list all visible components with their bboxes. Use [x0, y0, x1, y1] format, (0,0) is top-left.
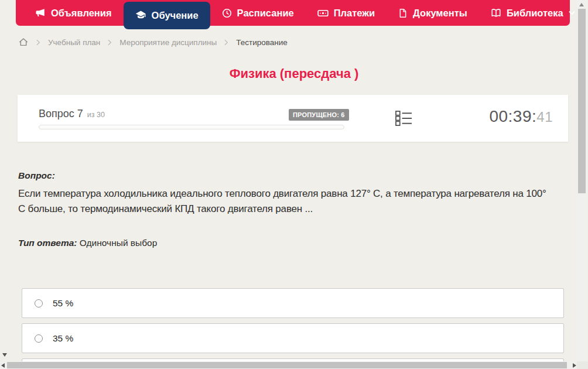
page-title: Физика (пересдача ): [0, 66, 588, 81]
scroll-down-arrow-icon[interactable]: [2, 353, 7, 357]
chevron-down-icon: [569, 11, 575, 15]
tab-library[interactable]: Библиотека: [479, 0, 587, 26]
timer-seconds: 41: [536, 109, 553, 125]
breadcrumb-item-curriculum[interactable]: Учебный план: [48, 38, 100, 47]
breadcrumb-separator-icon: [224, 39, 228, 46]
answer-options: 55 % 35 %: [22, 288, 564, 369]
vertical-scrollbar-thumb[interactable]: [578, 9, 586, 193]
question-body: Вопрос: Если температура холодильника ид…: [18, 170, 550, 248]
answer-type-row: Тип ответа: Одиночный выбор: [18, 238, 550, 248]
tab-label: Платежи: [334, 8, 375, 19]
open-book-icon: [491, 8, 501, 18]
breadcrumb-item-testing: Тестирование: [236, 38, 288, 47]
tab-schedule[interactable]: Расписание: [210, 0, 306, 26]
countdown-timer: 00:39:41: [489, 107, 553, 126]
tab-payments[interactable]: Платежи: [306, 0, 387, 26]
question-number: Вопрос 7: [39, 108, 83, 120]
breadcrumb-separator-icon: [36, 39, 40, 46]
main-navbar: Объявления Обучение Расписание Платежи Д…: [16, 0, 570, 26]
skipped-badge: ПРОПУЩЕНО: 6: [289, 109, 349, 121]
clock-icon: [222, 8, 232, 18]
scroll-right-arrow-icon[interactable]: [573, 363, 576, 368]
cash-icon: [317, 8, 329, 19]
scroll-left-arrow-icon[interactable]: [1, 363, 5, 368]
answer-option-label: 35 %: [53, 333, 73, 344]
question-header-card: Вопрос 7 из 30 ПРОПУЩЕНО: 6 00:39:41: [18, 95, 568, 142]
answer-option-label: 55 %: [53, 298, 73, 309]
tab-label: Документы: [413, 8, 467, 19]
answer-type-label: Тип ответа:: [18, 238, 77, 248]
question-prompt-label: Вопрос:: [18, 170, 550, 181]
answer-option-2[interactable]: 35 %: [22, 323, 564, 353]
home-icon[interactable]: [18, 37, 29, 47]
tab-learning[interactable]: Обучение: [124, 2, 210, 29]
answer-option-1[interactable]: 55 %: [22, 288, 564, 318]
breadcrumb: Учебный план Мероприятие дисциплины Тест…: [18, 35, 288, 49]
megaphone-icon: [35, 8, 46, 18]
question-text: Если температура холодильника идеального…: [18, 186, 550, 217]
tab-label: Объявления: [51, 8, 112, 19]
horizontal-scrollbar[interactable]: [0, 361, 578, 369]
breadcrumb-separator-icon: [108, 39, 112, 46]
vertical-scrollbar[interactable]: [577, 0, 587, 361]
tab-documents[interactable]: Документы: [387, 0, 479, 26]
document-icon: [398, 8, 408, 18]
tab-announcements[interactable]: Объявления: [23, 0, 124, 26]
graduation-cap-icon: [135, 10, 146, 21]
tab-label: Библиотека: [507, 8, 563, 19]
answer-type-value: Одиночный выбор: [80, 238, 158, 248]
scroll-up-arrow-icon[interactable]: [579, 3, 584, 6]
scrollbar-corner: [577, 361, 588, 369]
question-counter: Вопрос 7 из 30: [39, 108, 105, 120]
timer-hours-minutes: 00:39:: [489, 107, 536, 125]
radio-icon[interactable]: [35, 299, 43, 308]
tab-label: Расписание: [237, 8, 294, 19]
radio-icon[interactable]: [35, 334, 43, 343]
question-progress-bar: [39, 125, 344, 129]
question-list-icon[interactable]: [395, 110, 412, 129]
question-total: из 30: [87, 111, 105, 119]
horizontal-scrollbar-thumb[interactable]: [7, 362, 567, 368]
tab-label: Обучение: [152, 10, 199, 21]
breadcrumb-item-discipline-event[interactable]: Мероприятие дисциплины: [119, 38, 217, 47]
